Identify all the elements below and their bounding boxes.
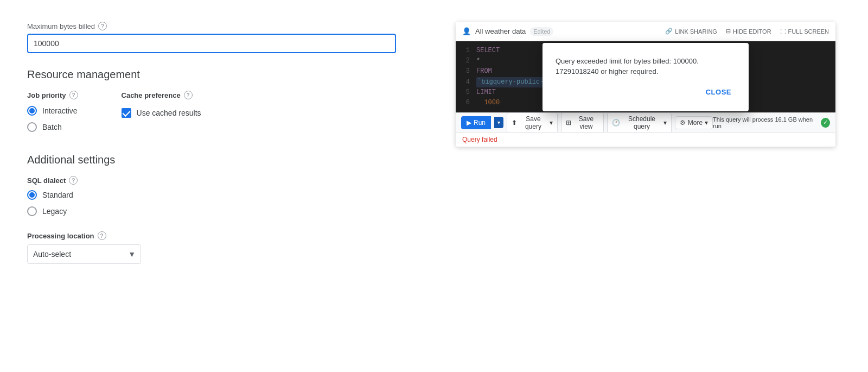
play-icon: ▶: [467, 119, 471, 127]
toolbar-right: This query will process 16.1 GB when run…: [713, 116, 830, 129]
radio-legacy[interactable]: Legacy: [27, 206, 434, 216]
max-bytes-help-icon[interactable]: ?: [98, 22, 107, 30]
radio-interactive-input[interactable]: [27, 106, 37, 116]
job-priority-label: Job priority: [27, 91, 66, 99]
job-priority-col: Job priority ? Interactive Batch: [27, 91, 78, 132]
hide-icon: ⊟: [726, 28, 731, 35]
radio-legacy-label: Legacy: [42, 207, 67, 216]
radio-standard-input[interactable]: [27, 190, 37, 200]
additional-settings-heading: Additional settings: [27, 154, 434, 166]
link-icon: 🔗: [665, 28, 673, 35]
cached-results-input[interactable]: [122, 108, 131, 118]
sql-dialect-label: SQL dialect: [27, 176, 66, 185]
run-dropdown-button[interactable]: ▾: [494, 117, 503, 128]
upload-icon: ⬆: [512, 119, 517, 127]
processing-info: This query will process 16.1 GB when run: [713, 116, 816, 129]
job-priority-radio-group: Interactive Batch: [27, 106, 78, 132]
max-bytes-label: Maximum bytes billed: [27, 22, 95, 30]
editor-header-right: 🔗 LINK SHARING ⊟ HIDE EDITOR ⛶ FULL SCRE…: [665, 28, 829, 35]
schedule-dropdown-icon: ▾: [663, 119, 667, 127]
more-dropdown-icon: ▾: [705, 119, 708, 127]
check-icon: ✓: [821, 118, 830, 128]
editor-panel: 👤 All weather data Edited 🔗 LINK SHARING…: [456, 16, 841, 356]
schedule-query-button[interactable]: 🕐 Schedule query ▾: [607, 112, 672, 133]
radio-standard-label: Standard: [42, 191, 73, 199]
sql-dialect-radio-group: Standard Legacy: [27, 190, 434, 216]
full-screen-button[interactable]: ⛶ FULL SCREEN: [780, 28, 829, 35]
save-query-button[interactable]: ⬆ Save query ▾: [507, 112, 558, 133]
status-bar: Query failed: [456, 132, 835, 147]
fullscreen-icon: ⛶: [780, 28, 786, 35]
dialog-box: Query exceeded limit for bytes billed: 1…: [542, 43, 749, 111]
hide-editor-button[interactable]: ⊟ HIDE EDITOR: [726, 28, 771, 35]
cache-preference-label: Cache preference: [122, 91, 181, 99]
cache-preference-help-icon[interactable]: ?: [184, 91, 193, 99]
save-query-dropdown-icon: ▾: [550, 119, 553, 127]
dialog-message: Query exceeded limit for bytes billed: 1…: [556, 56, 736, 77]
save-query-label: Save query: [519, 115, 547, 130]
max-bytes-section: Maximum bytes billed ?: [27, 22, 434, 53]
save-view-button[interactable]: ⊞ Save view: [561, 112, 604, 133]
max-bytes-input[interactable]: [27, 34, 396, 53]
radio-batch[interactable]: Batch: [27, 122, 78, 132]
resource-management-row: Job priority ? Interactive Batch: [27, 91, 434, 132]
edited-badge: Edited: [530, 27, 553, 36]
processing-location-select-wrapper: Auto-select US EU asia-northeast1 ▼: [27, 244, 141, 264]
more-button[interactable]: ⚙ More ▾: [675, 116, 713, 129]
grid-icon: ⊞: [566, 119, 571, 127]
editor-title: All weather data: [475, 27, 526, 35]
dialog-actions: CLOSE: [556, 86, 736, 98]
processing-location-label-container: Processing location ?: [27, 231, 434, 240]
radio-batch-label: Batch: [42, 123, 62, 131]
full-screen-label: FULL SCREEN: [788, 28, 829, 35]
radio-legacy-input[interactable]: [27, 206, 37, 216]
run-button[interactable]: ▶ Run: [461, 116, 491, 129]
link-sharing-label: LINK SHARING: [675, 28, 717, 35]
processing-location-label: Processing location: [27, 232, 94, 240]
job-priority-help-icon[interactable]: ?: [69, 91, 78, 99]
cached-results-label: Use cached results: [137, 109, 201, 117]
clock-icon: 🕐: [612, 119, 620, 127]
run-label: Run: [474, 119, 486, 127]
schedule-query-label: Schedule query: [622, 115, 661, 130]
radio-standard[interactable]: Standard: [27, 190, 434, 200]
sql-dialect-help-icon[interactable]: ?: [69, 176, 78, 185]
use-cached-results-checkbox[interactable]: Use cached results: [122, 108, 201, 118]
editor-body[interactable]: 1 SELECT 2 * 3 FROM 4 `bigquery-public-d…: [456, 41, 835, 112]
status-text: Query failed: [462, 136, 497, 143]
sql-dialect-label-container: SQL dialect ?: [27, 176, 434, 185]
radio-batch-input[interactable]: [27, 122, 37, 132]
cache-preference-col: Cache preference ? Use cached results: [122, 91, 201, 132]
dialog-close-button[interactable]: CLOSE: [701, 86, 736, 98]
processing-location-help-icon[interactable]: ?: [98, 231, 106, 240]
processing-location-select[interactable]: Auto-select US EU asia-northeast1: [27, 244, 141, 264]
radio-interactive[interactable]: Interactive: [27, 106, 78, 116]
gear-icon: ⚙: [680, 119, 686, 127]
hide-editor-label: HIDE EDITOR: [733, 28, 771, 35]
toolbar-left: ▶ Run ▾ ⬆ Save query ▾ ⊞ Save view 🕐: [461, 112, 713, 133]
editor-screenshot: 👤 All weather data Edited 🔗 LINK SHARING…: [456, 22, 835, 147]
save-view-label: Save view: [573, 115, 599, 130]
editor-header: 👤 All weather data Edited 🔗 LINK SHARING…: [456, 22, 835, 41]
person-icon: 👤: [462, 27, 471, 35]
more-label: More: [688, 119, 703, 127]
dialog-overlay: Query exceeded limit for bytes billed: 1…: [456, 41, 835, 112]
radio-interactive-label: Interactive: [42, 106, 78, 115]
editor-header-left: 👤 All weather data Edited: [462, 27, 553, 36]
resource-management-heading: Resource management: [27, 68, 434, 81]
editor-toolbar: ▶ Run ▾ ⬆ Save query ▾ ⊞ Save view 🕐: [456, 112, 835, 132]
link-sharing-button[interactable]: 🔗 LINK SHARING: [665, 28, 717, 35]
